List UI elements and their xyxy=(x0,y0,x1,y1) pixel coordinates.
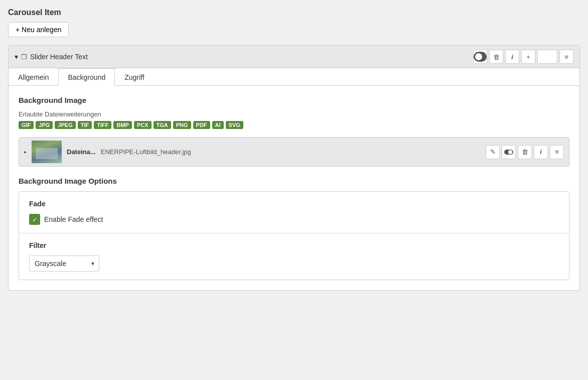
file-expand-icon[interactable]: ▸ xyxy=(24,149,27,155)
info-icon-file: i xyxy=(540,148,542,156)
ext-bmp: BMP xyxy=(113,121,131,129)
background-image-title: Background Image xyxy=(19,96,569,104)
pencil-icon: ✎ xyxy=(490,148,496,156)
checkmark-icon: ✓ xyxy=(32,216,38,223)
file-extensions-list: GIF JPG JPEG TIF TIFF BMP PCX TGA PNG PD… xyxy=(19,121,569,129)
file-thumbnail xyxy=(32,141,62,163)
file-name: Dateina... xyxy=(67,148,96,156)
copy-icon[interactable]: ❐ xyxy=(21,53,27,61)
fade-group: Fade ✓ Enable Fade effect xyxy=(19,192,569,233)
background-options-title: Background Image Options xyxy=(19,177,569,185)
file-actions: ✎ 🗑 i ≡ xyxy=(486,145,564,159)
file-edit-button[interactable]: ✎ xyxy=(486,145,500,159)
background-options-section: Background Image Options Fade ✓ Enable F… xyxy=(19,177,569,280)
spacer-button[interactable] xyxy=(537,50,557,64)
collapse-icon[interactable]: ▾ xyxy=(15,53,18,61)
tabs-container: Allgemein Background Zugriff xyxy=(9,68,579,86)
toggle-switch xyxy=(474,52,487,62)
visibility-toggle-button[interactable] xyxy=(473,50,487,64)
new-button[interactable]: + Neu anlegen xyxy=(8,22,69,37)
file-path: ENERPIPE-Luftbild_header.jpg xyxy=(101,148,481,156)
accordion-header: ▾ ❐ Slider Header Text 🗑 i + xyxy=(9,46,579,68)
ext-tiff: TIFF xyxy=(94,121,111,129)
file-menu-button[interactable]: ≡ xyxy=(550,145,564,159)
tab-background[interactable]: Background xyxy=(58,68,115,86)
extensions-label: Erlaubte Dateierweiterungen xyxy=(19,110,569,118)
fade-checkbox[interactable]: ✓ xyxy=(29,214,40,225)
fade-checkbox-row: ✓ Enable Fade effect xyxy=(29,214,559,225)
ext-tga: TGA xyxy=(154,121,171,129)
trash-icon: 🗑 xyxy=(493,53,500,61)
file-info-button[interactable]: i xyxy=(534,145,548,159)
file-visibility-button[interactable] xyxy=(502,145,516,159)
page-title: Carousel Item xyxy=(8,8,580,17)
ext-pdf: PDF xyxy=(193,121,210,129)
accordion-panel: ▾ ❐ Slider Header Text 🗑 i + xyxy=(8,45,580,291)
ext-pcx: PCX xyxy=(134,121,152,129)
ext-tif: TIF xyxy=(78,121,92,129)
menu-icon-file: ≡ xyxy=(555,148,559,156)
menu-icon: ≡ xyxy=(564,53,568,61)
fade-group-title: Fade xyxy=(29,200,559,208)
ext-gif: GIF xyxy=(19,121,34,129)
accordion-title: Slider Header Text xyxy=(30,53,88,61)
filter-group: Filter Grayscale None Blur Sepia Brightn… xyxy=(19,233,569,280)
ext-svg: SVG xyxy=(226,121,243,129)
file-delete-button[interactable]: 🗑 xyxy=(518,145,532,159)
file-row: ▸ Dateina... ENERPIPE-Luftbild_header.jp… xyxy=(19,138,569,166)
add-button[interactable]: + xyxy=(521,50,535,64)
fade-label: Enable Fade effect xyxy=(44,215,103,223)
ext-jpg: JPG xyxy=(36,121,53,129)
filter-select-wrapper: Grayscale None Blur Sepia Brightness Con… xyxy=(29,256,99,272)
tab-allgemein[interactable]: Allgemein xyxy=(9,68,58,86)
ext-png: PNG xyxy=(173,121,191,129)
trash-icon-file: 🗑 xyxy=(522,148,528,156)
background-image-section: Background Image Erlaubte Dateierweiteru… xyxy=(19,96,569,167)
plus-icon: + xyxy=(526,53,530,61)
tab-zugriff[interactable]: Zugriff xyxy=(115,68,154,86)
info-button[interactable]: i xyxy=(505,50,519,64)
filter-group-title: Filter xyxy=(29,241,559,249)
file-list: ▸ Dateina... ENERPIPE-Luftbild_header.jp… xyxy=(19,137,569,167)
options-box: Fade ✓ Enable Fade effect Filter xyxy=(19,191,569,280)
ext-jpeg: JPEG xyxy=(55,121,75,129)
info-icon: i xyxy=(511,53,513,61)
filter-select[interactable]: Grayscale None Blur Sepia Brightness Con… xyxy=(29,256,99,272)
ext-ai: AI xyxy=(212,121,224,129)
menu-button[interactable]: ≡ xyxy=(559,50,573,64)
tab-content-background: Background Image Erlaubte Dateierweiteru… xyxy=(9,86,579,290)
delete-button[interactable]: 🗑 xyxy=(489,50,503,64)
